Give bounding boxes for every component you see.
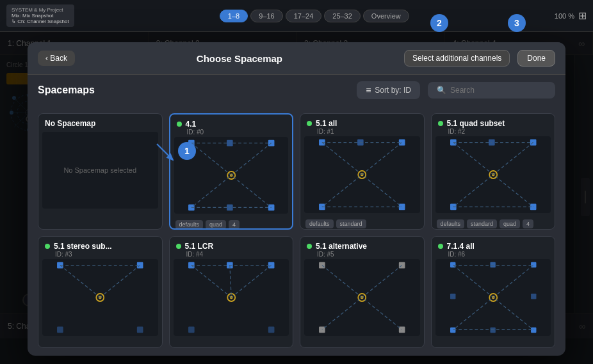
card-title-7-1-4: 7.1.4 all (447, 242, 475, 251)
spacemap-card-5-1-all[interactable]: 5.1 all ID: #1 (300, 113, 425, 230)
modal-overlay: ‹ Back Choose Spacemap Select additional… (0, 32, 593, 364)
card-id-5-1-alt: ID: #5 (300, 251, 424, 258)
card-tags-5-1-all: defaults standard (300, 217, 424, 230)
card-visual-7-1-4 (435, 259, 551, 336)
svg-line-60 (60, 265, 100, 297)
done-button[interactable]: Done (517, 50, 555, 67)
tab-9-16[interactable]: 9–16 (250, 10, 282, 22)
svg-rect-55 (57, 327, 63, 333)
annotation-3: 3 (508, 14, 526, 32)
card-dot-4-1 (177, 122, 182, 127)
zoom-level: 100 % (555, 12, 574, 20)
card-title-5-1-alt: 5.1 alternative (316, 242, 367, 251)
card-visual-5-1-quad (435, 136, 551, 213)
system-info: SYSTEM & My Project Mix: Mix Snapshot ↳ … (6, 4, 74, 27)
spacemap-card-5-1-alt[interactable]: 5.1 alternative ID: #5 (300, 236, 425, 348)
card-title-4-1: 4.1 (186, 120, 197, 129)
search-input[interactable] (450, 86, 546, 95)
svg-rect-56 (137, 327, 143, 333)
card-dot-7-1-4 (438, 244, 443, 249)
back-button[interactable]: ‹ Back (38, 51, 75, 66)
modal-header: ‹ Back Choose Spacemap Select additional… (28, 42, 565, 75)
card-tags-5-1-stereo (38, 340, 162, 347)
card-tags-5-1-lcr (170, 340, 293, 347)
card-header-no-spacemap: No Spacemap (38, 114, 162, 131)
top-bar: SYSTEM & My Project Mix: Mix Snapshot ↳ … (0, 0, 593, 32)
system-label: SYSTEM & My Project (12, 7, 69, 13)
card-dot-5-1-stereo (45, 244, 50, 249)
sort-icon: ≡ (366, 85, 371, 95)
card-visual-5-1-alt (304, 259, 420, 336)
svg-line-71 (231, 265, 271, 297)
tag-defaults: defaults (175, 220, 204, 229)
card-id-5-1-stereo: ID: #3 (38, 251, 162, 258)
tab-17-24[interactable]: 17–24 (286, 10, 322, 22)
svg-rect-65 (188, 327, 195, 333)
modal-toolbar: Spacemaps ≡ Sort by: ID 🔍 (28, 75, 565, 106)
spacemap-card-no-spacemap[interactable]: No Spacemap No Spacemap selected (38, 113, 163, 230)
spacemap-grid: No Spacemap No Spacemap selected 4.1 ID:… (28, 106, 565, 356)
card-tags-7-1-4 (432, 340, 555, 347)
card-title-5-1-all: 5.1 all (316, 119, 337, 128)
card-dot-5-1-all (307, 121, 312, 126)
tag-4: 4 (229, 220, 240, 229)
select-channels-button[interactable]: Select additional channels (404, 50, 510, 67)
card-id-5-1-lcr: ID: #4 (170, 251, 293, 258)
svg-rect-88 (531, 294, 536, 299)
tab-overview[interactable]: Overview (363, 10, 409, 22)
search-box[interactable]: 🔍 (428, 82, 555, 99)
card-id-5-1-quad: ID: #2 (432, 128, 555, 135)
card-title-5-1-quad: 5.1 quad subset (447, 119, 505, 128)
card-dot-5-1-lcr (176, 244, 181, 249)
mix-label: Mix: Mix Snapshot (12, 13, 69, 19)
channel-tabs: 1–8 9–16 17–24 25–32 Overview (79, 10, 549, 22)
mixer-icon[interactable]: ⊞ (578, 10, 587, 22)
card-visual-no-spacemap: No Spacemap selected (42, 132, 158, 209)
spacemap-card-5-1-stereo[interactable]: 5.1 stereo sub... ID: #3 (38, 236, 163, 348)
spacemaps-heading: Spacemaps (38, 84, 95, 96)
card-dot-5-1-quad (438, 121, 443, 126)
annotation-1: 1 (178, 142, 196, 160)
svg-rect-87 (450, 294, 455, 299)
modal-title: Choose Spacemap (83, 53, 396, 64)
card-visual-5-1-all (304, 136, 420, 213)
card-title-5-1-stereo: 5.1 stereo sub... (54, 242, 112, 251)
card-dot-5-1-alt (307, 244, 312, 249)
spacemap-card-4-1[interactable]: 4.1 ID: #0 (169, 113, 294, 230)
spacemap-card-7-1-4[interactable]: 7.1.4 all ID: #6 (431, 236, 556, 348)
card-visual-5-1-stereo (42, 259, 158, 336)
svg-line-70 (191, 265, 231, 297)
svg-rect-66 (268, 327, 274, 333)
search-icon: 🔍 (437, 86, 446, 95)
card-tags-5-1-quad: defaults standard quad 4 (432, 217, 555, 230)
tab-25-32[interactable]: 25–32 (324, 10, 361, 22)
top-right-controls: 100 % ⊞ (555, 10, 587, 22)
card-title-no-spacemap: No Spacemap (45, 119, 95, 128)
spacemap-card-5-1-quad[interactable]: 5.1 quad subset ID: #2 (431, 113, 556, 230)
svg-line-72 (229, 265, 231, 297)
card-tags-4-1: defaults quad 4 (170, 218, 293, 230)
sort-label: Sort by: ID (375, 86, 411, 95)
ch-label: ↳ Ch: Channel Snapshot (12, 19, 69, 24)
svg-rect-84 (531, 328, 536, 333)
card-title-5-1-lcr: 5.1 LCR (185, 242, 214, 251)
choose-spacemap-modal: ‹ Back Choose Spacemap Select additional… (28, 42, 565, 356)
svg-line-61 (100, 265, 140, 297)
sort-button[interactable]: ≡ Sort by: ID (357, 81, 420, 99)
annotation-2: 2 (430, 14, 448, 32)
card-id-4-1: ID: #0 (170, 129, 293, 136)
tab-1-8[interactable]: 1–8 (220, 10, 248, 22)
card-id-7-1-4: ID: #6 (432, 251, 555, 258)
card-tags-5-1-alt (300, 340, 424, 347)
card-tags-no-spacemap (38, 212, 162, 220)
card-visual-5-1-lcr (174, 259, 289, 336)
tag-quad: quad (206, 220, 226, 229)
card-id-5-1-all: ID: #1 (300, 128, 424, 135)
spacemap-card-5-1-lcr[interactable]: 5.1 LCR ID: #4 (169, 236, 294, 348)
no-spacemap-caption: No Spacemap selected (63, 132, 136, 209)
